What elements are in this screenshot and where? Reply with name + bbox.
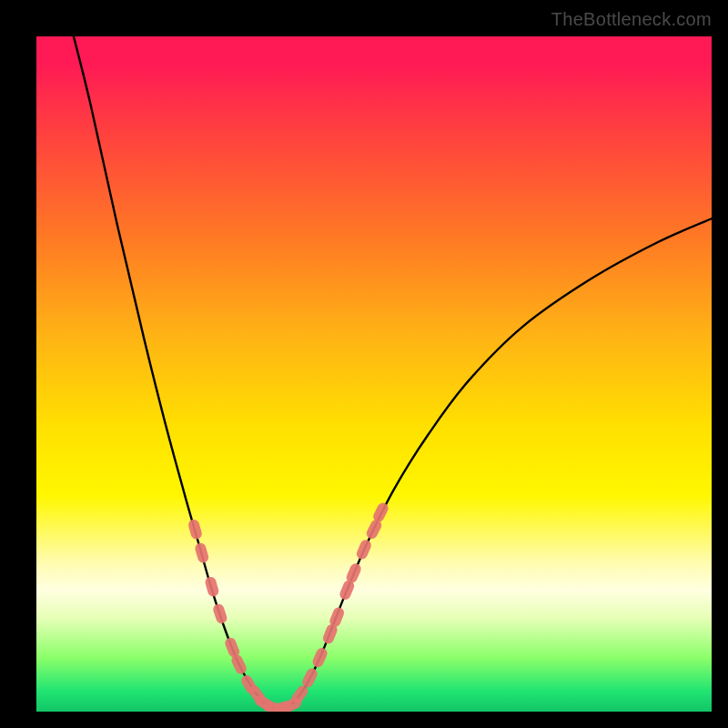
curve-marker (204, 575, 220, 597)
plot-area (36, 36, 712, 712)
chart-svg (36, 36, 712, 712)
curve-marker (212, 602, 228, 625)
curve-markers (187, 501, 390, 712)
watermark-text: TheBottleneck.com (551, 9, 712, 30)
curve-marker (311, 646, 329, 669)
bottleneck-curve (70, 36, 712, 708)
curve-marker (187, 518, 204, 540)
curve-marker (355, 538, 373, 561)
curve-marker (194, 541, 210, 563)
chart-frame: TheBottleneck.com (0, 0, 728, 728)
